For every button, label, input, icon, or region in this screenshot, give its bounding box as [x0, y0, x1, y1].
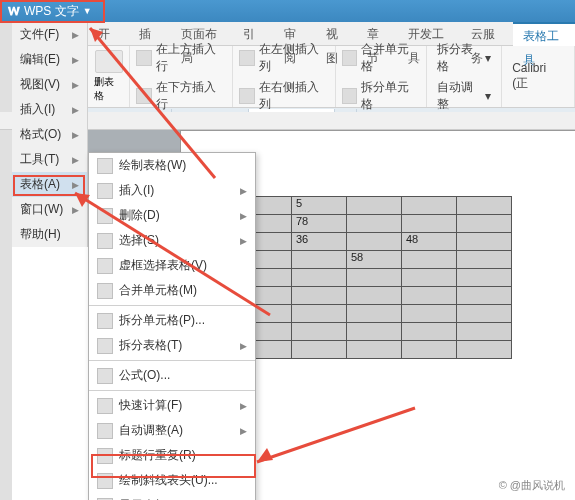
- separator: [89, 360, 255, 361]
- table-cell[interactable]: 36: [292, 233, 347, 251]
- table-cell[interactable]: [402, 251, 457, 269]
- table-cell[interactable]: [457, 287, 512, 305]
- insert-row-above-button[interactable]: 在上方插入行: [136, 39, 226, 77]
- table-cell[interactable]: [457, 323, 512, 341]
- table-cell[interactable]: [292, 341, 347, 359]
- menu-item-4[interactable]: 格式(O)▶: [12, 122, 87, 147]
- tab-start[interactable]: 开始: [88, 22, 129, 46]
- chevron-right-icon: ▶: [72, 105, 79, 115]
- table-cell[interactable]: [402, 215, 457, 233]
- submenu-icon: [97, 448, 113, 464]
- chevron-right-icon: ▶: [240, 186, 247, 196]
- menu-item-1[interactable]: 编辑(E)▶: [12, 47, 87, 72]
- table-cell[interactable]: [457, 233, 512, 251]
- menu-item-6[interactable]: 表格(A)▶: [12, 172, 87, 197]
- table-cell[interactable]: [347, 323, 402, 341]
- table-row[interactable]: 15: [237, 197, 512, 215]
- title-dropdown-icon[interactable]: ▼: [83, 6, 92, 16]
- ribbon-group-font: Calibri (正: [502, 46, 575, 107]
- table-cell[interactable]: [402, 287, 457, 305]
- table-cell[interactable]: 5: [292, 197, 347, 215]
- watermark: © @曲风说机: [495, 477, 569, 494]
- ribbon-group-insert: 在上方插入行 在下方插入行: [130, 46, 233, 107]
- title-bar: WPS 文字 ▼: [0, 0, 575, 22]
- chevron-right-icon: ▶: [240, 211, 247, 221]
- submenu-item-5[interactable]: 合并单元格(M): [89, 278, 255, 303]
- menu-item-2[interactable]: 视图(V)▶: [12, 72, 87, 97]
- menu-item-8[interactable]: 帮助(H): [12, 222, 87, 247]
- menu-item-3[interactable]: 插入(I)▶: [12, 97, 87, 122]
- font-select[interactable]: Calibri (正: [508, 59, 568, 94]
- submenu-item-4[interactable]: 虚框选择表格(V): [89, 253, 255, 278]
- table-cell[interactable]: [457, 305, 512, 323]
- table-cell[interactable]: [457, 215, 512, 233]
- chevron-down-icon: ▾: [485, 89, 491, 103]
- table-cell[interactable]: [347, 233, 402, 251]
- table-cell[interactable]: 48: [402, 233, 457, 251]
- table-cell[interactable]: [347, 269, 402, 287]
- table-row[interactable]: 78: [237, 215, 512, 233]
- table-cell[interactable]: [402, 197, 457, 215]
- table-cell[interactable]: [347, 287, 402, 305]
- table-cell[interactable]: [347, 341, 402, 359]
- submenu-item-7[interactable]: 拆分单元格(P)...: [89, 308, 255, 333]
- table-cell[interactable]: [457, 197, 512, 215]
- table-row[interactable]: [237, 269, 512, 287]
- table-cell[interactable]: [292, 269, 347, 287]
- submenu-icon: [97, 423, 113, 439]
- table-row[interactable]: 58: [237, 251, 512, 269]
- table-cell[interactable]: [402, 323, 457, 341]
- submenu-item-12[interactable]: 快速计算(F)▶: [89, 393, 255, 418]
- split-cell-icon: [342, 88, 358, 104]
- table-cell[interactable]: [292, 323, 347, 341]
- delete-table-icon[interactable]: [95, 50, 123, 73]
- table-cell[interactable]: [347, 197, 402, 215]
- table-row[interactable]: [237, 305, 512, 323]
- table-cell[interactable]: [457, 269, 512, 287]
- insert-col-left-button[interactable]: 在左侧插入列: [239, 39, 329, 77]
- table-row[interactable]: [237, 341, 512, 359]
- chevron-right-icon: ▶: [72, 130, 79, 140]
- table-cell[interactable]: [292, 251, 347, 269]
- ribbon-group-insert-col: 在左侧插入列 在右侧插入列: [233, 46, 336, 107]
- submenu-item-13[interactable]: 自动调整(A)▶: [89, 418, 255, 443]
- submenu-icon: [97, 338, 113, 354]
- table-cell[interactable]: [292, 287, 347, 305]
- submenu-item-10[interactable]: 公式(O)...: [89, 363, 255, 388]
- chevron-right-icon: ▶: [240, 236, 247, 246]
- ribbon-group-split: 拆分表格▾ 自动调整▾: [427, 46, 502, 107]
- table-cell[interactable]: [402, 341, 457, 359]
- submenu-item-0[interactable]: 绘制表格(W): [89, 153, 255, 178]
- table-cell[interactable]: 78: [292, 215, 347, 233]
- auto-adjust-button[interactable]: 自动调整▾: [433, 77, 495, 115]
- table-row[interactable]: 3648: [237, 233, 512, 251]
- submenu-icon: [97, 368, 113, 384]
- submenu-item-2[interactable]: 删除(D)▶: [89, 203, 255, 228]
- menu-item-0[interactable]: 文件(F)▶: [12, 22, 87, 47]
- submenu-item-3[interactable]: 选择(S)▶: [89, 228, 255, 253]
- split-table-button[interactable]: 拆分表格▾: [433, 39, 495, 77]
- table-row[interactable]: [237, 323, 512, 341]
- submenu-item-14[interactable]: 标题行重复(R): [89, 443, 255, 468]
- submenu-item-16[interactable]: 显示虚框(G): [89, 493, 255, 500]
- table-cell[interactable]: [402, 269, 457, 287]
- menu-item-5[interactable]: 工具(T)▶: [12, 147, 87, 172]
- table-cell[interactable]: [402, 305, 457, 323]
- table-cell[interactable]: [347, 305, 402, 323]
- table-cell[interactable]: 58: [347, 251, 402, 269]
- merge-cells-button[interactable]: 合并单元格: [342, 39, 420, 77]
- menu-item-7[interactable]: 窗口(W)▶: [12, 197, 87, 222]
- submenu-item-1[interactable]: 插入(I)▶: [89, 178, 255, 203]
- table-cell[interactable]: [457, 341, 512, 359]
- submenu-icon: [97, 313, 113, 329]
- table-cell[interactable]: [292, 305, 347, 323]
- chevron-right-icon: ▶: [240, 341, 247, 351]
- table-cell[interactable]: [457, 251, 512, 269]
- table-cell[interactable]: [347, 215, 402, 233]
- table-row[interactable]: [237, 287, 512, 305]
- insert-above-icon: [136, 50, 152, 66]
- submenu-item-8[interactable]: 拆分表格(T)▶: [89, 333, 255, 358]
- tab-table-tools[interactable]: 表格工具: [513, 22, 575, 46]
- data-table[interactable]: 1578364858: [236, 196, 512, 359]
- submenu-item-15[interactable]: 绘制斜线表头(U)...: [89, 468, 255, 493]
